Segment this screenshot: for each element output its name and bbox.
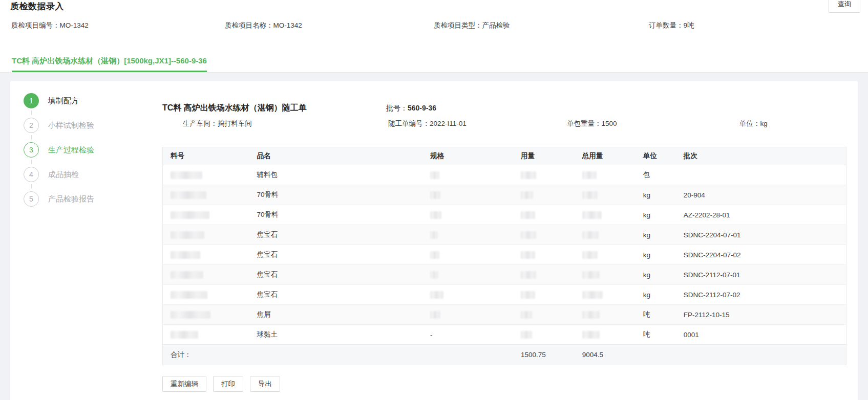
- redacted-blur-block: [430, 271, 438, 279]
- redacted-blur-block: [521, 191, 533, 199]
- batch-value: 560-9-36: [408, 104, 436, 112]
- redacted-blur-block: [171, 171, 202, 179]
- redacted-blur-block: [430, 251, 439, 259]
- redacted-blur-block: [521, 331, 532, 339]
- total-label: 合计：: [163, 345, 249, 365]
- meta-package-weight: 单包重量：1500: [567, 119, 617, 128]
- redacted-blur-block: [521, 291, 535, 299]
- info-project-code: 质检项目编号：MO-1342: [11, 21, 89, 30]
- redacted-blur-block: [521, 171, 536, 179]
- cell-text: SDNC-2204-07-02: [676, 245, 846, 265]
- cell-redacted: [513, 225, 575, 245]
- table-row: 70骨料kg20-904: [163, 185, 846, 205]
- table-row: 焦宝石kgSDNC-2112-07-01: [163, 265, 846, 285]
- col-header-product-name: 品名: [249, 147, 422, 165]
- cell-redacted: [163, 245, 249, 265]
- meta-value: 捣打料车间: [218, 120, 252, 127]
- cell-text: kg: [636, 225, 676, 245]
- cell-redacted: [575, 265, 636, 285]
- cell-text: 焦屑: [249, 305, 422, 325]
- ingredients-table: 料号 品名 规格 用量 总用量 单位 批次 辅料包包70骨料kg20-90470…: [162, 147, 846, 365]
- step-number-badge: 5: [24, 191, 39, 207]
- redacted-blur-block: [521, 251, 535, 259]
- redacted-blur-block: [430, 231, 438, 239]
- work-order-meta-row: 生产车间：捣打料车间 随工单编号：2022-I11-01 单包重量：1500 单…: [162, 119, 846, 128]
- query-button[interactable]: 查询: [829, 0, 860, 13]
- cell-text: 70骨料: [249, 205, 422, 225]
- process-stepper: 1 填制配方 2 小样试制检验 3 生产过程检验 4 成品抽检 5 产品检验报告: [24, 93, 162, 392]
- step-product-inspection-report[interactable]: 5 产品检验报告: [24, 191, 162, 207]
- table-row: 焦宝石kgSDNC-2204-07-01: [163, 225, 846, 245]
- project-info-row: 质检项目编号：MO-1342 质检项目名称：MO-1342 质检项目类型：产品检…: [0, 21, 868, 31]
- cell-redacted: [513, 265, 575, 285]
- batch-number: 批号：560-9-36: [386, 104, 436, 113]
- redacted-blur-block: [521, 271, 536, 279]
- cell-redacted: [422, 225, 513, 245]
- tab-material-active[interactable]: TC料 高炉出铁场水练材（湛钢）[1500kg,JX1]--560-9-36: [12, 56, 207, 72]
- redacted-blur-block: [171, 311, 210, 319]
- cell-text: 70骨料: [249, 185, 422, 205]
- work-order-header: TC料 高炉出铁场水练材（湛钢）随工单 批号：560-9-36: [162, 103, 846, 114]
- step-label: 小样试制检验: [48, 121, 94, 130]
- info-label: 订单数量：: [649, 21, 684, 29]
- cell-redacted: [513, 245, 575, 265]
- tab-bar: TC料 高炉出铁场水练材（湛钢）[1500kg,JX1]--560-9-36: [12, 56, 207, 72]
- redacted-blur-block: [582, 231, 599, 239]
- info-value: MO-1342: [273, 21, 302, 29]
- step-finished-product-sampling[interactable]: 4 成品抽检: [24, 167, 162, 182]
- redacted-blur-block: [521, 311, 532, 319]
- cell-text: kg: [636, 185, 676, 205]
- cell-text: 球黏土: [249, 325, 422, 345]
- cell-redacted: [575, 225, 636, 245]
- re-edit-button[interactable]: 重新编辑: [162, 376, 206, 392]
- export-button[interactable]: 导出: [250, 376, 280, 392]
- step-fill-recipe[interactable]: 1 填制配方: [24, 93, 162, 108]
- col-header-batch: 批次: [676, 147, 846, 165]
- info-value: 产品检验: [482, 21, 510, 29]
- cell-redacted: [513, 205, 575, 225]
- table-row: 焦宝石kgSDNC-2204-07-02: [163, 245, 846, 265]
- total-usage-value: 1500.75: [513, 345, 575, 365]
- cell-text: kg: [636, 265, 676, 285]
- cell-redacted: [163, 285, 249, 305]
- table-header-row: 料号 品名 规格 用量 总用量 单位 批次: [163, 147, 846, 165]
- step-number-badge: 1: [24, 93, 39, 108]
- step-production-process-inspection[interactable]: 3 生产过程检验: [24, 142, 162, 158]
- meta-value: kg: [760, 120, 768, 127]
- cell-redacted: [575, 325, 636, 345]
- batch-label: 批号：: [386, 104, 408, 112]
- redacted-blur-block: [171, 251, 200, 259]
- cell-redacted: [422, 305, 513, 325]
- col-header-material-code: 料号: [163, 147, 249, 165]
- cell-redacted: [422, 285, 513, 305]
- step-sample-trial-inspection[interactable]: 2 小样试制检验: [24, 118, 162, 133]
- cell-redacted: [422, 245, 513, 265]
- redacted-blur-block: [582, 171, 597, 179]
- step-label: 成品抽检: [48, 170, 79, 180]
- redacted-blur-block: [430, 311, 440, 319]
- redacted-blur-block: [582, 331, 600, 339]
- col-header-unit: 单位: [636, 147, 676, 165]
- meta-production-workshop: 生产车间：捣打料车间: [183, 119, 252, 128]
- cell-redacted: [422, 265, 513, 285]
- cell-redacted: [575, 245, 636, 265]
- redacted-blur-block: [171, 231, 204, 239]
- cell-redacted: [163, 165, 249, 185]
- cell-text: FP-2112-10-15: [676, 305, 846, 325]
- cell-redacted: [163, 185, 249, 205]
- step-label: 产品检验报告: [48, 194, 94, 204]
- cell-text: AZ-2202-28-01: [676, 205, 846, 225]
- total-total-usage-value: 9004.5: [575, 345, 636, 365]
- cell-text: 吨: [636, 325, 676, 345]
- top-header-bar: 质检数据录入 查询 质检项目编号：MO-1342 质检项目名称：MO-1342 …: [0, 0, 868, 73]
- redacted-blur-block: [582, 291, 603, 299]
- print-button[interactable]: 打印: [213, 376, 243, 392]
- cell-redacted: [575, 185, 636, 205]
- cell-text: 0001: [676, 325, 846, 345]
- table-row: 球黏土-吨0001: [163, 325, 846, 345]
- meta-label: 生产车间：: [183, 120, 218, 127]
- redacted-blur-block: [582, 191, 598, 199]
- cell-text: kg: [636, 205, 676, 225]
- info-project-type: 质检项目类型：产品检验: [434, 21, 510, 30]
- cell-text: SDNC-2204-07-01: [676, 225, 846, 245]
